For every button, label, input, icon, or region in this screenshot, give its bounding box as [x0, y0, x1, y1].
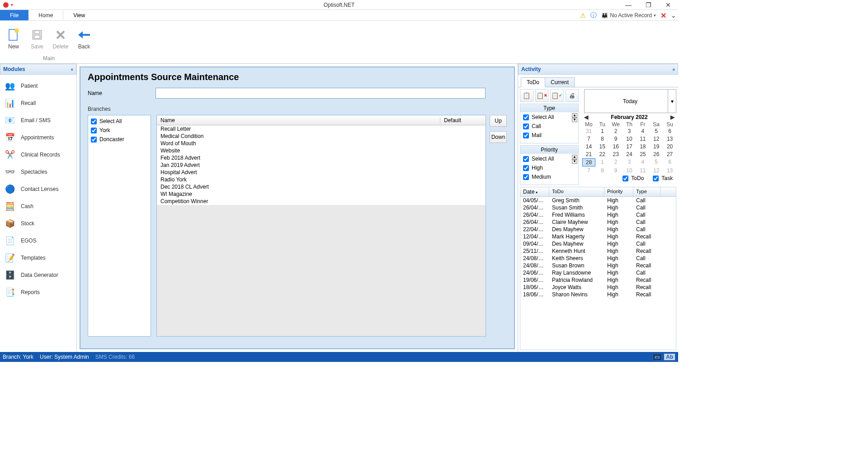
cal-day[interactable]: 5: [650, 128, 663, 135]
cal-day[interactable]: 2: [609, 158, 623, 166]
cal-day[interactable]: 4: [636, 158, 649, 166]
cal-day[interactable]: 17: [623, 143, 636, 150]
down-button[interactable]: Down: [490, 131, 507, 143]
new-button[interactable]: New: [4, 23, 24, 54]
minimize-button[interactable]: —: [618, 0, 638, 10]
source-row[interactable]: Radio York: [157, 176, 486, 183]
col-date[interactable]: Date ▾: [520, 187, 549, 196]
cal-day[interactable]: 16: [609, 143, 623, 150]
source-row[interactable]: Word of Mouth: [157, 140, 486, 147]
cal-day[interactable]: 12: [650, 167, 663, 174]
cal-day[interactable]: 14: [582, 143, 595, 150]
cal-day[interactable]: 20: [663, 143, 676, 150]
cal-next-icon[interactable]: ▶: [670, 114, 675, 120]
back-button[interactable]: Back: [74, 23, 94, 54]
grid-row[interactable]: 09/04/2021Des MayhewHighCall: [520, 240, 676, 247]
grid-row[interactable]: 25/11/2020Kenneth HuntHighRecall: [520, 247, 676, 255]
module-email-sms[interactable]: 📧Email / SMS: [0, 112, 76, 129]
priority-medium[interactable]: Medium: [523, 174, 576, 180]
clipboard-delete-icon[interactable]: 📋✖: [535, 89, 549, 102]
status-badge[interactable]: ▭: [652, 353, 662, 361]
tab-view[interactable]: View: [63, 10, 95, 20]
grid-row[interactable]: 26/04/2021Susan SmithHighCall: [520, 204, 676, 211]
grid-row[interactable]: 26/04/2021Fred WilliamsHighCall: [520, 211, 676, 219]
cal-day[interactable]: 1: [596, 128, 609, 135]
module-contact-lenses[interactable]: 🔵Contact Lenses: [0, 181, 76, 198]
grid-row[interactable]: 22/04/2021Des MayhewHighCall: [520, 226, 676, 233]
branch-york[interactable]: York: [91, 127, 148, 133]
source-row[interactable]: Feb 2018 Advert: [157, 154, 486, 162]
col-priority[interactable]: Priority: [604, 187, 633, 196]
module-reports[interactable]: 📑Reports: [0, 284, 76, 301]
source-row[interactable]: Jan 2019 Advert: [157, 162, 486, 169]
delete-button[interactable]: Delete: [51, 23, 71, 54]
module-cash[interactable]: 🧮Cash: [0, 198, 76, 215]
col-todo[interactable]: ToDo: [549, 187, 604, 196]
today-dropdown[interactable]: Today ▾: [584, 89, 676, 113]
cal-day[interactable]: 22: [596, 151, 609, 158]
source-row[interactable]: Website: [157, 147, 486, 154]
expand-icon[interactable]: »: [672, 67, 675, 72]
grid-row[interactable]: 04/05/2021Greg SmithHighCall: [520, 197, 676, 204]
cal-day[interactable]: 3: [623, 158, 636, 166]
source-row[interactable]: Recall Letter: [157, 125, 486, 133]
cal-day[interactable]: 13: [663, 135, 676, 143]
type-scrollbar[interactable]: ▲▼: [572, 113, 577, 122]
cal-day[interactable]: 1: [596, 158, 609, 166]
up-button[interactable]: Up: [490, 115, 507, 127]
cal-day[interactable]: 28: [582, 158, 595, 166]
todo-filter[interactable]: ToDo: [623, 175, 644, 181]
col-name[interactable]: Name: [157, 117, 440, 124]
module-recall[interactable]: 📊Recall: [0, 95, 76, 112]
cal-day[interactable]: 9: [609, 135, 623, 143]
cal-day[interactable]: 27: [663, 151, 676, 158]
app-dropdown-icon[interactable]: ▾: [11, 2, 13, 7]
type-mail[interactable]: Mail: [523, 132, 576, 138]
cal-day[interactable]: 18: [636, 143, 649, 150]
branch-doncaster[interactable]: Doncaster: [91, 136, 148, 143]
tab-file[interactable]: File: [0, 10, 28, 20]
cal-day[interactable]: 6: [663, 128, 676, 135]
module-spectacles[interactable]: 👓Spectacles: [0, 163, 76, 181]
cal-day[interactable]: 11: [636, 135, 649, 143]
cal-day[interactable]: 8: [596, 167, 609, 174]
module-patient[interactable]: 👥Patient: [0, 77, 76, 95]
grid-row[interactable]: 19/06/2020Patricia RowlandHighRecall: [520, 276, 676, 284]
task-filter[interactable]: Task: [653, 175, 673, 181]
tab-todo[interactable]: ToDo: [521, 77, 545, 87]
cal-day[interactable]: 3: [623, 128, 636, 135]
type-call[interactable]: Call: [523, 123, 576, 129]
cal-day[interactable]: 4: [636, 128, 649, 135]
cal-day[interactable]: 24: [623, 151, 636, 158]
cal-day[interactable]: 6: [663, 158, 676, 166]
cal-day[interactable]: 11: [636, 167, 649, 174]
grid-row[interactable]: 24/08/2020Susan BrownHighRecall: [520, 262, 676, 269]
print-icon[interactable]: 🖨: [566, 89, 579, 102]
module-stock[interactable]: 📦Stock: [0, 215, 76, 232]
grid-row[interactable]: 18/06/2020Sharon NevinsHighRecall: [520, 291, 676, 298]
grid-row[interactable]: 24/06/2020Ray LansdowneHighCall: [520, 269, 676, 276]
grid-row[interactable]: 12/04/2021Mark HagertyHighRecall: [520, 233, 676, 240]
select-all-checkbox[interactable]: [91, 119, 97, 124]
help-icon[interactable]: ⓘ: [590, 11, 597, 19]
close-button[interactable]: ✕: [658, 0, 678, 10]
source-row[interactable]: WI Magazine: [157, 190, 486, 198]
status-ab[interactable]: Ab: [664, 353, 675, 361]
cal-day[interactable]: 8: [596, 135, 609, 143]
expand-icon[interactable]: ⌄: [671, 12, 676, 19]
cal-day[interactable]: 23: [609, 151, 623, 158]
cal-day[interactable]: 19: [650, 143, 663, 150]
cal-day[interactable]: 10: [623, 167, 636, 174]
priority-high[interactable]: High: [523, 165, 576, 171]
branches-select-all[interactable]: Select All: [91, 118, 148, 124]
warning-icon[interactable]: ⚠: [580, 12, 586, 19]
module-appointments[interactable]: 📅Appointments: [0, 129, 76, 146]
cal-day[interactable]: 26: [650, 151, 663, 158]
cal-day[interactable]: 31: [582, 128, 595, 135]
cal-day[interactable]: 12: [650, 135, 663, 143]
tab-home[interactable]: Home: [28, 10, 63, 20]
source-row[interactable]: Competition Winner: [157, 198, 486, 205]
cal-day[interactable]: 10: [623, 135, 636, 143]
close-record-icon[interactable]: ✕: [660, 11, 666, 20]
active-record-dropdown[interactable]: 👪 No Active Record ▾: [601, 12, 656, 19]
